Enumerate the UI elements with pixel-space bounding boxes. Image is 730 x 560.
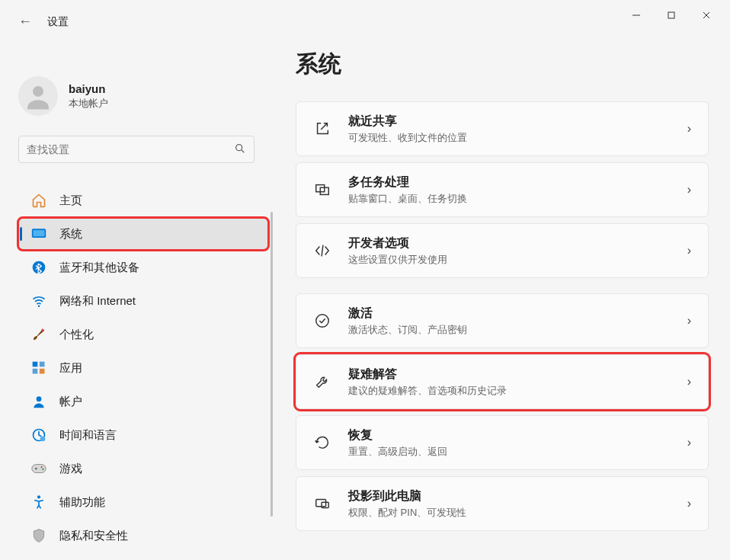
nav-label: 蓝牙和其他设备 [59, 261, 139, 275]
nav-system[interactable]: 系统 [18, 218, 268, 250]
search-box[interactable] [18, 136, 255, 163]
nav-label: 应用 [59, 361, 82, 376]
chevron-right-icon: › [687, 183, 691, 197]
nav-apps[interactable]: 应用 [18, 352, 268, 384]
nav-bluetooth[interactable]: 蓝牙和其他设备 [18, 251, 268, 283]
chevron-right-icon: › [687, 436, 691, 450]
card-projecting[interactable]: 投影到此电脑 权限、配对 PIN、可发现性 › [296, 476, 709, 531]
card-subtitle: 建议的疑难解答、首选项和历史记录 [348, 384, 687, 398]
chevron-right-icon: › [687, 314, 691, 328]
user-type: 本地帐户 [69, 97, 108, 110]
nav-gaming[interactable]: 游戏 [18, 453, 268, 485]
svg-rect-13 [40, 362, 45, 367]
svg-line-6 [242, 150, 244, 152]
home-icon [30, 192, 47, 209]
system-icon [30, 226, 47, 242]
recovery-icon [313, 434, 331, 452]
nav-label: 游戏 [59, 462, 82, 476]
svg-rect-14 [33, 369, 38, 374]
developer-icon [313, 242, 331, 260]
card-subtitle: 激活状态、订阅、产品密钥 [348, 323, 687, 337]
gamepad-icon [30, 460, 47, 477]
svg-point-16 [37, 396, 42, 402]
card-subtitle: 重置、高级启动、返回 [348, 445, 687, 459]
svg-point-5 [236, 144, 242, 150]
scrollbar[interactable] [271, 212, 273, 517]
app-title: 设置 [47, 15, 69, 29]
sidebar: baiyun 本地帐户 主页 系统 蓝牙和其他设备 [0, 30, 274, 554]
svg-point-26 [316, 315, 329, 328]
nav-label: 主页 [59, 194, 82, 208]
nav-time-language[interactable]: 时间和语言 [18, 419, 268, 451]
user-block[interactable]: baiyun 本地帐户 [18, 76, 268, 116]
svg-rect-12 [33, 362, 38, 367]
card-title: 激活 [348, 306, 687, 322]
svg-rect-27 [316, 500, 326, 507]
chevron-right-icon: › [687, 244, 691, 258]
nav-label: 个性化 [59, 328, 94, 342]
share-icon [313, 120, 331, 138]
card-multitasking[interactable]: 多任务处理 贴靠窗口、桌面、任务切换 › [296, 162, 709, 217]
svg-point-18 [40, 437, 46, 442]
card-title: 恢复 [348, 427, 687, 443]
svg-rect-8 [34, 230, 45, 236]
window-maximize[interactable] [654, 3, 689, 27]
nav-network[interactable]: 网络和 Internet [18, 285, 268, 317]
card-subtitle: 贴靠窗口、桌面、任务切换 [348, 192, 687, 206]
nav-privacy[interactable]: 隐私和安全性 [18, 520, 268, 552]
svg-point-20 [35, 468, 37, 470]
svg-rect-19 [32, 465, 46, 473]
card-recovery[interactable]: 恢复 重置、高级启动、返回 › [296, 415, 709, 470]
search-input[interactable] [27, 143, 234, 155]
svg-rect-15 [40, 369, 45, 374]
nav-accounts[interactable]: 帐户 [18, 386, 268, 418]
brush-icon [30, 326, 47, 343]
chevron-right-icon: › [687, 497, 691, 510]
card-developer[interactable]: 开发者选项 这些设置仅供开发使用 › [296, 223, 709, 278]
multitask-icon [313, 181, 331, 199]
nav-list: 主页 系统 蓝牙和其他设备 网络和 Internet 个性化 应用 [18, 184, 268, 552]
card-subtitle: 这些设置仅供开发使用 [348, 253, 687, 267]
nav-home[interactable]: 主页 [18, 184, 268, 216]
clock-globe-icon [30, 427, 47, 443]
window-close[interactable] [689, 3, 724, 27]
svg-point-11 [41, 329, 43, 331]
card-troubleshoot[interactable]: 疑难解答 建议的疑难解答、首选项和历史记录 › [296, 354, 709, 409]
svg-point-10 [38, 305, 40, 307]
window-minimize[interactable] [619, 3, 654, 27]
nav-label: 时间和语言 [59, 428, 117, 443]
svg-point-4 [33, 86, 43, 97]
nav-label: 隐私和安全性 [59, 529, 128, 543]
person-icon [30, 393, 47, 410]
nav-label: 帐户 [59, 395, 82, 409]
chevron-right-icon: › [687, 375, 691, 389]
search-icon [234, 142, 246, 157]
card-title: 开发者选项 [348, 235, 687, 251]
bluetooth-icon [30, 259, 47, 276]
svg-rect-1 [668, 12, 674, 18]
card-title: 就近共享 [348, 114, 687, 130]
card-nearby-sharing[interactable]: 就近共享 可发现性、收到文件的位置 › [296, 101, 709, 156]
wifi-icon [30, 293, 47, 309]
svg-point-9 [33, 261, 46, 274]
nav-personalization[interactable]: 个性化 [18, 318, 268, 350]
check-circle-icon [313, 312, 331, 330]
card-title: 多任务处理 [348, 174, 687, 190]
nav-accessibility[interactable]: 辅助功能 [18, 486, 268, 518]
back-button[interactable]: ← [18, 14, 32, 30]
accessibility-icon [30, 494, 47, 510]
card-title: 疑难解答 [348, 366, 687, 382]
nav-label: 系统 [59, 227, 82, 242]
svg-point-23 [37, 495, 40, 498]
projecting-icon [313, 494, 331, 513]
card-activation[interactable]: 激活 激活状态、订阅、产品密钥 › [296, 293, 709, 348]
apps-icon [30, 360, 47, 376]
wrench-icon [313, 373, 331, 391]
svg-point-22 [42, 469, 43, 470]
svg-rect-28 [322, 502, 328, 507]
card-subtitle: 权限、配对 PIN、可发现性 [348, 506, 687, 520]
page-title: 系统 [296, 49, 709, 80]
nav-label: 辅助功能 [59, 495, 105, 510]
avatar [18, 76, 58, 116]
svg-point-21 [41, 466, 43, 468]
